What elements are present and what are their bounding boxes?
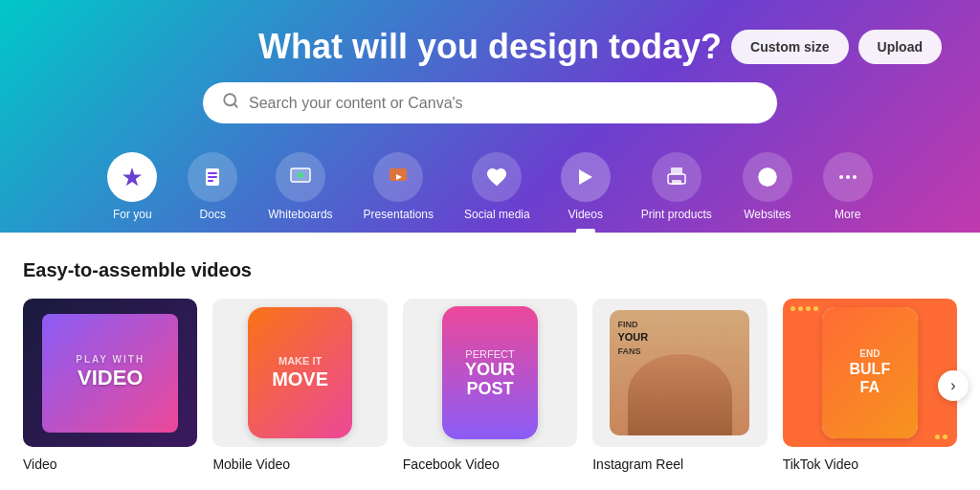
cards-row: PLAY WITH VIDEO Video MAKE IT MOVE Mobil… bbox=[23, 299, 957, 472]
card-label-instagram-reel: Instagram Reel bbox=[592, 457, 683, 472]
card-label-tiktok-video: TikTok Video bbox=[783, 457, 858, 472]
video-icon bbox=[561, 152, 611, 202]
custom-size-button[interactable]: Custom size bbox=[731, 30, 848, 64]
hero-actions: Custom size Upload bbox=[731, 30, 942, 64]
next-arrow-button[interactable]: › bbox=[938, 370, 969, 401]
svg-line-1 bbox=[234, 103, 236, 106]
card-thumb-instagram-reel: FIND YOUR FANS bbox=[592, 299, 767, 447]
mobile-video-art: MAKE IT MOVE bbox=[248, 307, 352, 437]
category-label-presentations: Presentations bbox=[364, 208, 434, 221]
card-mobile-video[interactable]: MAKE IT MOVE Mobile Video bbox=[212, 299, 387, 472]
sidebar-item-whiteboards[interactable]: Whiteboards bbox=[253, 143, 347, 233]
sidebar-item-more[interactable]: More bbox=[808, 143, 888, 233]
print-icon bbox=[652, 152, 702, 202]
category-label-print-products: Print products bbox=[641, 208, 712, 221]
search-input[interactable] bbox=[249, 95, 758, 112]
card-thumb-mobile-video: MAKE IT MOVE bbox=[212, 299, 387, 447]
svg-marker-11 bbox=[579, 169, 592, 185]
presentation-icon bbox=[373, 152, 423, 202]
search-icon bbox=[222, 92, 239, 114]
svg-point-8 bbox=[298, 172, 303, 178]
hero-section: What will you design today? Custom size … bbox=[0, 0, 980, 233]
instagram-reel-art: FIND YOUR FANS bbox=[610, 310, 749, 436]
sidebar-item-presentations[interactable]: Presentations bbox=[348, 143, 449, 233]
whiteboard-icon bbox=[276, 152, 325, 202]
tiktok-phone-mockup: END BULFFA bbox=[822, 307, 918, 437]
category-label-more: More bbox=[835, 208, 860, 221]
category-label-social-media: Social media bbox=[464, 208, 530, 221]
svg-rect-12 bbox=[671, 167, 682, 174]
svg-rect-9 bbox=[390, 168, 407, 181]
card-facebook-video[interactable]: PERFECT YOURPOST Facebook Video bbox=[403, 299, 577, 472]
card-label-video: Video bbox=[23, 457, 57, 472]
search-bar bbox=[203, 82, 777, 123]
more-dots-icon bbox=[823, 152, 873, 202]
sidebar-item-for-you[interactable]: For you bbox=[92, 143, 172, 233]
sidebar-item-social-media[interactable]: Social media bbox=[449, 143, 546, 233]
svg-point-20 bbox=[853, 175, 857, 179]
mobile-video-mockup: MAKE IT MOVE bbox=[248, 307, 352, 437]
sidebar-item-print-products[interactable]: Print products bbox=[626, 143, 727, 233]
heart-icon bbox=[472, 152, 522, 202]
category-label-websites: Websites bbox=[744, 208, 791, 221]
category-nav: For you Docs Whiteboards Presentations S bbox=[38, 143, 942, 233]
facebook-video-mockup: PERFECT YOURPOST bbox=[442, 306, 538, 440]
card-instagram-reel[interactable]: FIND YOUR FANS Instagram Reel bbox=[592, 299, 767, 472]
sparkle-icon bbox=[107, 152, 157, 202]
category-label-whiteboards: Whiteboards bbox=[268, 208, 332, 221]
sidebar-item-websites[interactable]: Websites bbox=[727, 143, 808, 233]
sidebar-item-docs[interactable]: Docs bbox=[172, 143, 253, 233]
upload-button[interactable]: Upload bbox=[858, 30, 942, 64]
svg-point-19 bbox=[846, 175, 850, 179]
doc-icon bbox=[188, 152, 237, 202]
category-label-videos: Videos bbox=[568, 208, 602, 221]
section-title: Easy-to-assemble videos bbox=[23, 259, 957, 281]
main-content: Easy-to-assemble videos PLAY WITH VIDEO … bbox=[0, 233, 980, 490]
sidebar-item-videos[interactable]: Videos bbox=[546, 143, 626, 233]
globe-icon bbox=[743, 152, 792, 202]
card-thumb-facebook-video: PERFECT YOURPOST bbox=[403, 299, 577, 447]
card-thumb-video: PLAY WITH VIDEO bbox=[23, 299, 197, 447]
tiktok-video-art: END BULFFA bbox=[822, 307, 918, 437]
category-label-docs: Docs bbox=[200, 208, 226, 221]
card-tiktok-video[interactable]: END BULFFA TikTok Video bbox=[783, 299, 957, 472]
video-thumbnail-art: PLAY WITH VIDEO bbox=[42, 314, 178, 433]
category-label-for-you: For you bbox=[113, 208, 152, 221]
svg-rect-14 bbox=[672, 180, 681, 185]
card-label-facebook-video: Facebook Video bbox=[403, 457, 500, 472]
card-label-mobile-video: Mobile Video bbox=[212, 457, 290, 472]
svg-point-18 bbox=[839, 175, 843, 179]
card-thumb-tiktok-video: END BULFFA bbox=[783, 299, 957, 447]
hero-top: What will you design today? Custom size … bbox=[38, 27, 942, 67]
card-video[interactable]: PLAY WITH VIDEO Video bbox=[23, 299, 197, 472]
facebook-video-art: PERFECT YOURPOST bbox=[442, 306, 538, 440]
